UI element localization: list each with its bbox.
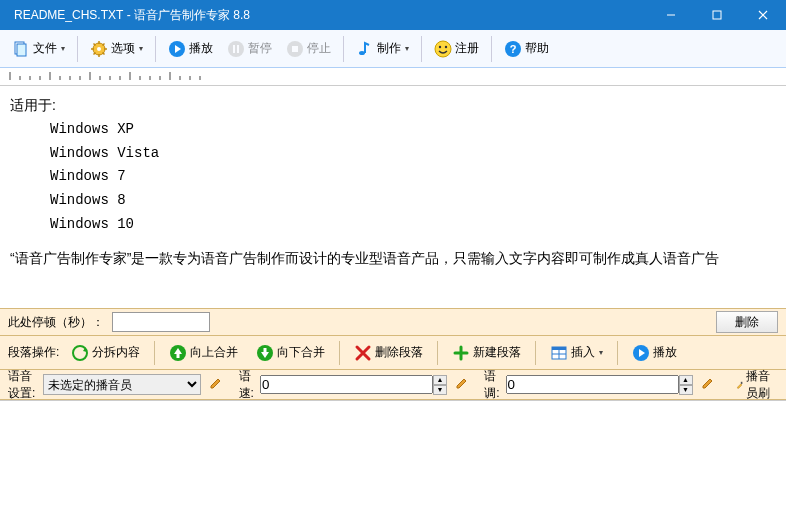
tone-down-button[interactable]: ▼: [679, 385, 693, 395]
tone-up-button[interactable]: ▲: [679, 375, 693, 385]
make-label: 制作: [377, 40, 401, 57]
delete-paragraph-button[interactable]: 删除段落: [348, 340, 429, 366]
split-label: 分拆内容: [92, 344, 140, 361]
svg-rect-55: [741, 381, 743, 383]
svg-point-17: [439, 45, 441, 47]
refresh-icon: [71, 344, 89, 362]
editor-heading: 适用于:: [10, 94, 776, 118]
svg-rect-5: [17, 44, 26, 56]
register-button[interactable]: 注册: [428, 35, 485, 63]
title-separator: -: [123, 8, 134, 22]
pause-button: 暂停: [221, 35, 278, 63]
ruler: [0, 68, 786, 86]
svg-rect-45: [177, 353, 180, 358]
arrow-up-icon: [169, 344, 187, 362]
editor-line: Windows XP: [10, 118, 776, 142]
bottom-output-area: [0, 400, 786, 504]
svg-point-10: [228, 41, 244, 57]
tone-input[interactable]: [506, 375, 679, 394]
chevron-down-icon: ▾: [61, 44, 65, 53]
register-label: 注册: [455, 40, 479, 57]
edit-speed-icon[interactable]: [455, 376, 469, 393]
insert-button[interactable]: 插入 ▾: [544, 340, 609, 366]
brush-label: 播音员刷: [746, 368, 772, 402]
editor-line: Windows Vista: [10, 142, 776, 166]
editor-paragraph: “语音广告制作专家”是一款专为语音广告制作而设计的专业型语音产品，只需输入文字内…: [10, 247, 776, 271]
editor-line: Windows 7: [10, 165, 776, 189]
main-toolbar: 文件 ▾ 选项 ▾ 播放 暂停 停止 制作 ▾ 注册 ? 帮助: [0, 30, 786, 68]
svg-rect-48: [264, 348, 267, 353]
stop-label: 停止: [307, 40, 331, 57]
delete-para-label: 删除段落: [375, 344, 423, 361]
svg-point-41: [73, 346, 87, 360]
table-icon: [550, 344, 568, 362]
help-button[interactable]: ? 帮助: [498, 35, 555, 63]
announcer-select[interactable]: 未选定的播音员: [43, 374, 202, 395]
insert-label: 插入: [571, 344, 595, 361]
svg-rect-11: [233, 45, 235, 53]
chevron-down-icon: ▾: [139, 44, 143, 53]
svg-text:?: ?: [510, 43, 517, 55]
file-icon: [12, 40, 30, 58]
file-button[interactable]: 文件 ▾: [6, 35, 71, 63]
text-editor[interactable]: 适用于: Windows XP Windows Vista Windows 7 …: [0, 86, 786, 308]
paragraph-play-button[interactable]: 播放: [626, 340, 683, 366]
pause-label: 暂停: [248, 40, 272, 57]
options-button[interactable]: 选项 ▾: [84, 35, 149, 63]
svg-point-7: [97, 47, 101, 51]
svg-point-16: [435, 41, 451, 57]
pause-input[interactable]: [112, 312, 210, 332]
titlebar: README_CHS.TXT - 语音广告制作专家 8.8: [0, 0, 786, 30]
split-content-button[interactable]: 分拆内容: [65, 340, 146, 366]
music-note-icon: [356, 40, 374, 58]
svg-point-18: [445, 45, 447, 47]
merge-up-label: 向上合并: [190, 344, 238, 361]
pause-icon: [227, 40, 245, 58]
arrow-down-icon: [256, 344, 274, 362]
merge-up-button[interactable]: 向上合并: [163, 340, 244, 366]
merge-down-label: 向下合并: [277, 344, 325, 361]
minimize-button[interactable]: [648, 0, 694, 30]
delete-button[interactable]: 删除: [716, 311, 778, 333]
speed-up-button[interactable]: ▲: [433, 375, 447, 385]
stop-icon: [286, 40, 304, 58]
options-label: 选项: [111, 40, 135, 57]
announcer-brush-button[interactable]: 播音员刷: [730, 374, 778, 396]
title-filename: README_CHS.TXT: [14, 8, 123, 22]
smiley-icon: [434, 40, 452, 58]
svg-rect-12: [237, 45, 239, 53]
gear-icon: [90, 40, 108, 58]
svg-rect-1: [713, 11, 721, 19]
tone-label: 语调:: [484, 368, 499, 402]
chevron-down-icon: ▾: [405, 44, 409, 53]
brush-icon: [736, 378, 743, 392]
close-button[interactable]: [740, 0, 786, 30]
chevron-down-icon: ▾: [599, 348, 603, 357]
svg-rect-14: [292, 46, 298, 52]
make-button[interactable]: 制作 ▾: [350, 35, 415, 63]
merge-down-button[interactable]: 向下合并: [250, 340, 331, 366]
editor-line: Windows 10: [10, 213, 776, 237]
play-label: 播放: [189, 40, 213, 57]
para-play-label: 播放: [653, 344, 677, 361]
pause-label: 此处停顿（秒）：: [8, 314, 104, 331]
help-icon: ?: [504, 40, 522, 58]
play-icon: [168, 40, 186, 58]
edit-announcer-icon[interactable]: [209, 376, 223, 393]
svg-rect-50: [552, 347, 566, 350]
speed-down-button[interactable]: ▼: [433, 385, 447, 395]
para-ops-label: 段落操作:: [8, 344, 59, 361]
speed-input[interactable]: [260, 375, 433, 394]
edit-tone-icon[interactable]: [701, 376, 715, 393]
play-button[interactable]: 播放: [162, 35, 219, 63]
help-label: 帮助: [525, 40, 549, 57]
speed-label: 语速:: [239, 368, 254, 402]
new-paragraph-button[interactable]: 新建段落: [446, 340, 527, 366]
paragraph-ops-row: 段落操作: 分拆内容 向上合并 向下合并 删除段落 新建段落 插入 ▾ 播放: [0, 336, 786, 370]
file-label: 文件: [33, 40, 57, 57]
title-appname: 语音广告制作专家 8.8: [134, 7, 250, 24]
maximize-button[interactable]: [694, 0, 740, 30]
voice-label: 语音设置:: [8, 368, 37, 402]
stop-button: 停止: [280, 35, 337, 63]
new-para-label: 新建段落: [473, 344, 521, 361]
